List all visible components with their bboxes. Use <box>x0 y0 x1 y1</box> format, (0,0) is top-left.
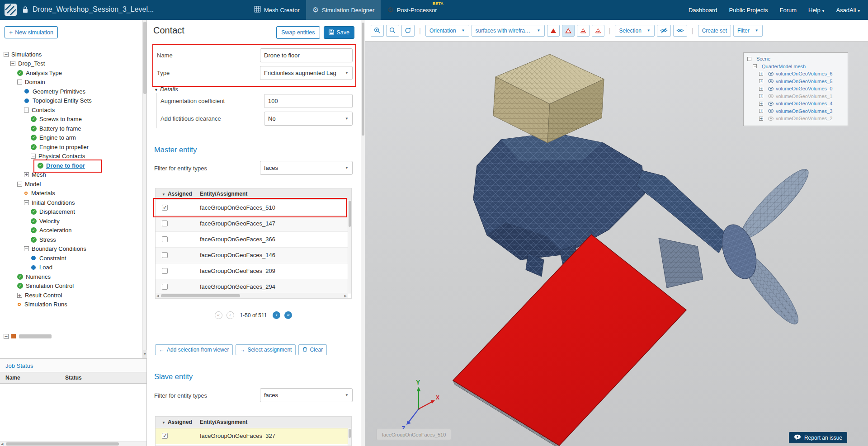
tree-item-simulation-runs[interactable]: Simulation Runs <box>0 300 142 310</box>
visibility-off-icon[interactable] <box>768 117 774 121</box>
tree-item-mesh[interactable]: +Mesh <box>0 170 142 180</box>
first-page-button[interactable]: « <box>215 311 222 319</box>
mesh-quality-solid-button[interactable] <box>547 25 560 37</box>
tab-simulation-designer[interactable]: ⚙ Simulation Designer <box>306 0 381 20</box>
tree-item-engine-to-arm[interactable]: ✓Engine to arm <box>0 133 142 143</box>
scroll-down-arrow[interactable]: ▼ <box>143 350 147 358</box>
app-logo-icon[interactable] <box>5 4 17 18</box>
expand-icon[interactable]: + <box>759 72 763 76</box>
scrollbar-thumb[interactable] <box>6 442 119 446</box>
table-row-facegroupongeofaces-510[interactable]: faceGroupOnGeoFaces_510 <box>156 200 351 216</box>
mesh-quality-dot-button[interactable] <box>592 25 604 37</box>
tree-item-geometry-primitives[interactable]: Geometry Primitives <box>0 87 142 96</box>
select-assignment-button[interactable]: → Select assignment <box>236 344 296 355</box>
scroll-left-arrow[interactable]: ◀ <box>156 294 159 298</box>
next-page-button[interactable]: › <box>273 311 280 319</box>
tree-item-screws-to-frame[interactable]: ✓Screws to frame <box>0 115 142 124</box>
collapse-icon[interactable]: − <box>10 61 15 66</box>
assigned-column-header[interactable]: ▼Assigned <box>162 419 192 425</box>
tree-item-constraint[interactable]: Constraint <box>0 254 142 263</box>
report-issue-button[interactable]: Report an issue <box>789 432 847 443</box>
tree-item-drop-test[interactable]: −Drop_Test <box>0 59 142 69</box>
drone-body[interactable] <box>473 133 645 277</box>
augmentation-field[interactable] <box>264 94 353 108</box>
orientation-dropdown[interactable]: Orientation▼ <box>425 25 469 37</box>
tree-item-physical-contacts[interactable]: −Physical Contacts <box>0 152 142 161</box>
drone-arm[interactable] <box>637 170 728 288</box>
sidebar-horizontal-scrollbar[interactable]: ◀ <box>0 441 146 446</box>
sidebar-vertical-scrollbar[interactable]: ▼ <box>142 20 146 358</box>
slave-filter-select[interactable]: faces▼ <box>260 388 353 402</box>
create-set-button[interactable]: Create set <box>698 25 731 37</box>
scene-volume-volumeongeovolumes-1[interactable]: +volumeOnGeoVolumes_1 <box>746 93 845 100</box>
table-row-facegroupongeofaces-366[interactable]: faceGroupOnGeoFaces_366 <box>156 232 351 248</box>
tree-item-velocity[interactable]: ✓Velocity <box>0 216 142 226</box>
table-row-facegroupongeofaces-209[interactable]: faceGroupOnGeoFaces_209 <box>156 263 351 279</box>
scene-volume-volumeongeovolumes-4[interactable]: +volumeOnGeoVolumes_4 <box>746 100 845 108</box>
tree-item-acceleration[interactable]: ✓Acceleration <box>0 226 142 235</box>
details-section-header[interactable]: ▼Details <box>154 86 178 93</box>
collapse-icon[interactable]: − <box>24 108 29 113</box>
visibility-icon[interactable] <box>768 79 774 83</box>
table-vertical-scrollbar[interactable] <box>348 428 351 446</box>
new-simulation-button[interactable]: + New simulation <box>5 26 58 38</box>
show-all-button[interactable] <box>673 25 687 37</box>
assignment-checkbox[interactable] <box>162 252 168 258</box>
expand-icon[interactable]: + <box>759 94 763 98</box>
table-horizontal-scrollbar[interactable]: ◀ ▶ <box>156 293 348 298</box>
selection-dropdown[interactable]: Selection▼ <box>615 25 654 37</box>
expand-icon[interactable]: + <box>759 109 763 113</box>
tree-item-initial-conditions[interactable]: −Initial Conditions <box>0 198 142 207</box>
add-selection-from-viewer-button[interactable]: ← Add selection from viewer <box>155 344 233 355</box>
expand-icon[interactable]: + <box>759 102 763 106</box>
table-row-facegroupongeofaces-294[interactable]: faceGroupOnGeoFaces_294 <box>156 279 351 294</box>
tree-item-simulation-control[interactable]: ✓Simulation Control <box>0 282 142 291</box>
reset-view-button[interactable] <box>401 25 415 37</box>
scrollbar-thumb[interactable] <box>161 294 240 297</box>
master-filter-select[interactable]: faces▼ <box>260 161 353 175</box>
collapse-icon[interactable]: − <box>4 334 9 339</box>
table-vertical-scrollbar[interactable] <box>348 200 351 293</box>
clearance-select[interactable]: No▼ <box>264 112 353 126</box>
collapse-icon[interactable]: − <box>753 64 757 68</box>
tree-item-materials[interactable]: Materials <box>0 189 142 198</box>
entity-column-header[interactable]: Entity/Assignment <box>200 419 247 425</box>
scene-mesh-item[interactable]: − QuarterModel mesh <box>746 63 845 70</box>
scene-volume-volumeongeovolumes-6[interactable]: +volumeOnGeoVolumes_6 <box>746 70 845 78</box>
expand-icon[interactable]: + <box>759 117 763 121</box>
expand-icon[interactable]: + <box>17 293 22 298</box>
tree-item-simulations[interactable]: −Simulations <box>0 50 142 59</box>
table-row-facegroupongeofaces-146[interactable]: faceGroupOnGeoFaces_146 <box>156 248 351 263</box>
collapse-icon[interactable]: − <box>17 182 22 187</box>
filter-dropdown[interactable]: Filter▼ <box>733 25 763 37</box>
name-field[interactable] <box>260 48 353 62</box>
viewport-canvas[interactable]: Y X Z − Scene − QuarterModel mesh +volum… <box>365 42 868 446</box>
tab-post-processor[interactable]: ⚙ Post-Processor BETA <box>381 0 443 20</box>
entity-column-header[interactable]: Entity/Assignment <box>200 191 247 197</box>
collapse-icon[interactable]: − <box>31 154 36 159</box>
panel-scrollbar[interactable] <box>361 20 365 446</box>
scene-root-item[interactable]: − Scene <box>746 55 845 63</box>
save-button[interactable]: Save <box>324 26 355 39</box>
collapse-icon[interactable]: − <box>24 246 29 251</box>
render-mode-dropdown[interactable]: surfaces with wireframe▼ <box>472 25 545 37</box>
tree-item-drone-to-floor[interactable]: ✓Drone to floor <box>0 161 142 170</box>
assigned-column-header[interactable]: ▼Assigned <box>162 191 192 197</box>
tree-item-boundary-conditions[interactable]: −Boundary Conditions <box>0 244 142 254</box>
scene-volume-volumeongeovolumes-2[interactable]: +volumeOnGeoVolumes_2 <box>746 115 845 122</box>
mesh-quality-outline-button[interactable] <box>562 25 575 37</box>
swap-entities-button[interactable]: Swap entities <box>276 26 320 39</box>
tree-item-result-control[interactable]: +Result Control <box>0 291 142 300</box>
scrollbar-thumb[interactable] <box>349 429 351 438</box>
user-menu[interactable]: AsadAli▾ <box>836 7 860 14</box>
assignment-checkbox[interactable] <box>162 268 168 274</box>
visibility-icon[interactable] <box>768 109 774 113</box>
collapse-icon[interactable]: − <box>747 57 751 61</box>
tree-item-numerics[interactable]: ✓Numerics <box>0 272 142 282</box>
visibility-off-icon[interactable] <box>768 94 774 98</box>
help-menu[interactable]: Help▾ <box>808 7 824 14</box>
zoom-in-button[interactable] <box>371 25 384 37</box>
scene-volume-volumeongeovolumes-3[interactable]: +volumeOnGeoVolumes_3 <box>746 108 845 115</box>
type-select[interactable]: Frictionless augmented Lag▼ <box>260 66 353 80</box>
collapse-icon[interactable]: − <box>24 200 29 205</box>
